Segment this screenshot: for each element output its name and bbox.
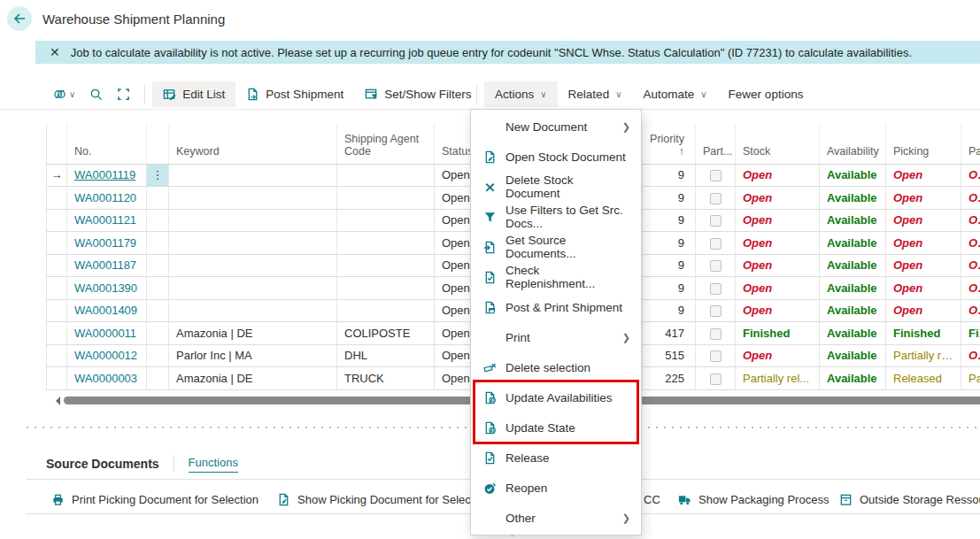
- keyword-cell: [169, 299, 337, 322]
- views-button[interactable]: ∨: [46, 83, 82, 105]
- post-shipment-button[interactable]: Post Shipment: [235, 81, 354, 107]
- page-title: Warehouse Shipment Planning: [42, 12, 225, 27]
- picking-cell: Open: [886, 299, 961, 322]
- availability-cell: Available: [820, 187, 886, 210]
- menu-item-post-print-shipment[interactable]: Post & Print Shipment: [471, 292, 641, 322]
- back-button[interactable]: [7, 6, 32, 31]
- shipment-no-link[interactable]: WA0000003: [67, 367, 147, 390]
- menu-item-label: Delete selection: [505, 361, 590, 374]
- column-header-agent[interactable]: Shipping Agent Code: [337, 124, 435, 164]
- column-header-availability[interactable]: Availability: [820, 124, 886, 164]
- menu-item-use-filters-to-get-src-docs[interactable]: Use Filters to Get Src. Docs...: [471, 202, 641, 232]
- cc-button[interactable]: CC: [644, 489, 660, 510]
- functions-link[interactable]: Functions: [189, 456, 238, 473]
- partial-checkbox[interactable]: [710, 305, 721, 317]
- chevron-down-icon: ∨: [69, 89, 75, 99]
- shipment-no-link[interactable]: WA0001120: [67, 187, 147, 210]
- part-cell: [696, 299, 736, 322]
- availability-cell: Available: [820, 367, 886, 390]
- column-header-stock[interactable]: Stock: [736, 124, 820, 164]
- row-more-options[interactable]: [147, 187, 169, 210]
- shipment-no-link[interactable]: WA0000012: [67, 344, 147, 367]
- availability-cell: Available: [820, 322, 886, 345]
- column-header-packing[interactable]: Pac: [961, 124, 980, 164]
- part-cell: [696, 187, 736, 210]
- menu-item-update-availabilities[interactable]: Update Availabilities: [471, 382, 641, 412]
- picking-cell: Open: [886, 187, 961, 210]
- menu-item-reopen[interactable]: Reopen: [471, 473, 641, 503]
- partial-checkbox[interactable]: [710, 215, 721, 227]
- partial-checkbox[interactable]: [710, 193, 721, 204]
- column-header-keyword[interactable]: Keyword: [169, 124, 337, 164]
- shipment-no-link[interactable]: WA0001390: [67, 277, 147, 300]
- packing-cell: Finished: [961, 322, 980, 345]
- row-more-options[interactable]: [147, 254, 169, 277]
- row-indicator: →: [47, 164, 67, 187]
- shipment-no-link[interactable]: WA0001121: [67, 209, 147, 232]
- row-more-options[interactable]: [147, 299, 169, 322]
- menu-item-label: Use Filters to Get Src. Docs...: [505, 204, 630, 230]
- show-packaging-process-button[interactable]: Show Packaging Process: [678, 489, 829, 510]
- menu-item-update-state[interactable]: Update State: [471, 412, 641, 443]
- funnel-icon: [482, 211, 498, 224]
- fewer-options-button[interactable]: Fewer options: [718, 81, 814, 107]
- shipment-no-link[interactable]: WA0001119: [67, 164, 147, 187]
- menu-item-release[interactable]: Release: [471, 443, 641, 473]
- automate-menu-button[interactable]: Automate∨: [632, 81, 717, 107]
- edit-list-button[interactable]: Edit List: [152, 81, 235, 107]
- show-picking-document-for-selection-button[interactable]: Show Picking Document for Selection: [277, 489, 490, 510]
- row-more-options[interactable]: [147, 232, 169, 255]
- row-more-options[interactable]: [147, 344, 169, 367]
- button-label: Print Picking Document for Selection: [72, 493, 259, 506]
- doc-pen-icon: [482, 150, 498, 164]
- notification-close-icon[interactable]: ✕: [50, 45, 60, 59]
- menu-item-open-stock-document[interactable]: Open Stock Document: [471, 142, 641, 172]
- partial-checkbox[interactable]: [710, 283, 721, 295]
- menu-item-other[interactable]: Other❯: [471, 503, 641, 533]
- menu-item-get-source-documents[interactable]: Get Source Documents...: [471, 232, 641, 262]
- shipment-no-link[interactable]: WA0000011: [67, 322, 147, 345]
- menu-label: Automate: [643, 88, 694, 101]
- keyword-cell: [169, 254, 337, 277]
- edit-list-icon: [163, 88, 176, 101]
- keyword-cell: [169, 209, 337, 232]
- column-header-priority[interactable]: Priority ↑: [643, 124, 696, 164]
- menu-item-check-replenishment[interactable]: Check Replenishment...: [471, 262, 641, 292]
- scroll-left-icon[interactable]: [51, 397, 60, 405]
- row-more-options[interactable]: [147, 322, 169, 345]
- column-header-no[interactable]: No.: [67, 124, 147, 164]
- part-cell: [696, 277, 736, 300]
- partial-checkbox[interactable]: [710, 328, 721, 340]
- shipment-no-link[interactable]: WA0001179: [67, 232, 147, 255]
- column-header-picking[interactable]: Picking: [886, 124, 961, 164]
- print-picking-document-for-selection-button[interactable]: Print Picking Document for Selection: [51, 489, 259, 510]
- menu-item-print[interactable]: Print❯: [471, 322, 641, 352]
- shipment-no-link[interactable]: WA0001409: [67, 299, 147, 322]
- stock-cell: Open: [736, 232, 820, 255]
- row-more-options[interactable]: [147, 277, 169, 300]
- partial-checkbox[interactable]: [710, 170, 721, 181]
- related-menu-button[interactable]: Related∨: [558, 81, 633, 107]
- shipment-no-link[interactable]: WA0001187: [67, 254, 147, 277]
- row-more-options[interactable]: [147, 367, 169, 390]
- partial-checkbox[interactable]: [710, 350, 721, 362]
- menu-item-delete-stock-document[interactable]: Delete Stock Document: [471, 172, 641, 202]
- focus-mode-button[interactable]: [110, 83, 137, 105]
- button-label: Show Picking Document for Selection: [297, 493, 490, 506]
- picking-cell: Open: [886, 164, 961, 187]
- button-label: CC: [644, 493, 660, 506]
- partial-checkbox[interactable]: [710, 260, 721, 272]
- divider: [174, 455, 174, 473]
- column-header-part[interactable]: Part...: [696, 124, 736, 164]
- partial-checkbox[interactable]: [710, 238, 721, 250]
- partial-checkbox[interactable]: [710, 373, 721, 385]
- outside-storage-ressourc-button[interactable]: Outside Storage Ressourc: [839, 489, 980, 510]
- row-more-options[interactable]: [147, 209, 169, 232]
- menu-item-delete-selection[interactable]: Delete selection: [471, 352, 641, 382]
- search-button[interactable]: [82, 83, 110, 105]
- actions-menu-button[interactable]: Actions∨: [484, 81, 558, 107]
- set-show-filters-button[interactable]: Set/Show Filters: [354, 81, 482, 107]
- doc-check-icon: [482, 451, 498, 465]
- menu-item-new-document[interactable]: New Document❯: [471, 112, 641, 142]
- row-more-options[interactable]: ⋮: [147, 164, 169, 187]
